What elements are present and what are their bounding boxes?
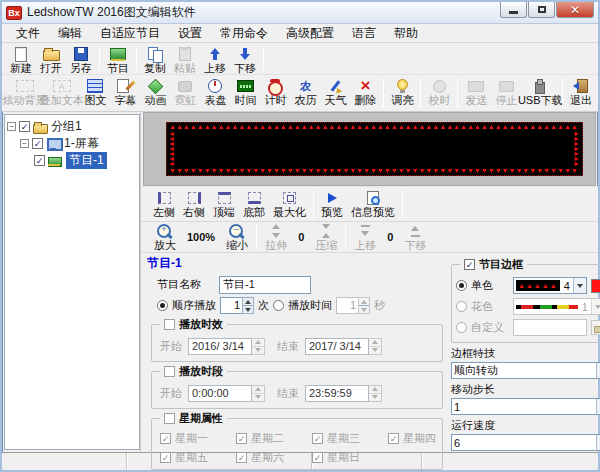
align-bottom-icon: [248, 192, 261, 204]
group-label[interactable]: 分组1: [51, 118, 82, 135]
paste-icon: [175, 46, 195, 62]
friday-checkbox: ✓: [160, 452, 171, 463]
new-button[interactable]: 新建: [6, 45, 36, 74]
maximize-button[interactable]: [528, 2, 555, 18]
digital-time-icon: [235, 78, 255, 94]
validity-checkbox[interactable]: [164, 319, 175, 330]
toolbar-separator: [383, 79, 384, 108]
screen-label[interactable]: 1-屏幕: [64, 135, 99, 152]
screen-monitor-icon: [46, 138, 61, 150]
delete-button[interactable]: 删除: [350, 77, 380, 106]
program-label-selected[interactable]: 节目-1: [66, 152, 107, 169]
zoom-in-icon: [155, 223, 175, 239]
collapse-icon[interactable]: −: [20, 139, 29, 148]
compress-button: 压缩: [310, 223, 342, 251]
weekday-checkbox[interactable]: [164, 413, 175, 424]
tuesday-checkbox: ✓: [236, 433, 247, 444]
validity-title: 播放时效: [179, 317, 223, 332]
dropdown-button[interactable]: [573, 278, 586, 293]
led-screen[interactable]: ▲▲▲▲▲▲▲▲▲▲▲▲▲▲▲▲▲▲▲▲▲▲▲▲▲▲▲▲▲▲▲▲▲▲▲▲▲▲▲▲…: [166, 122, 583, 176]
usb-download-button[interactable]: USB下载: [521, 77, 559, 106]
send-icon: [466, 78, 486, 94]
time-button[interactable]: 时间: [230, 77, 260, 106]
align-top-button[interactable]: 顶端: [209, 189, 239, 218]
animation-button[interactable]: 动画: [140, 77, 170, 106]
menu-edit[interactable]: 编辑: [50, 24, 90, 43]
weather-button[interactable]: 天气: [320, 77, 350, 106]
run-speed-dropdown[interactable]: 6: [451, 434, 600, 451]
period-checkbox[interactable]: [164, 366, 175, 377]
border-color-swatch[interactable]: [591, 279, 600, 293]
timer-button[interactable]: 计时: [260, 77, 290, 106]
menu-help[interactable]: 帮助: [386, 24, 426, 43]
align-bottom-button[interactable]: 底部: [239, 189, 269, 218]
group-checkbox[interactable]: ✓: [19, 121, 30, 132]
close-button[interactable]: ✕: [556, 2, 594, 18]
sequence-play-label: 顺序播放: [172, 298, 216, 313]
period-end-label: 结束: [277, 386, 299, 401]
subtitle-button[interactable]: 字幕: [110, 77, 140, 106]
border-enable-checkbox[interactable]: ✓: [464, 259, 475, 270]
border-effect-label: 边框特技: [451, 346, 600, 361]
menu-advanced-config[interactable]: 高级配置: [278, 24, 342, 43]
preview-button[interactable]: 预览: [317, 189, 347, 218]
play-time-radio[interactable]: [273, 300, 284, 311]
custom-border-input: [513, 319, 587, 336]
info-preview-button[interactable]: 信息预览: [347, 189, 399, 218]
menu-file[interactable]: 文件: [8, 24, 48, 43]
move-down-button[interactable]: 下移: [230, 45, 260, 74]
menu-language[interactable]: 语言: [344, 24, 384, 43]
zoom-in-button[interactable]: 放大: [149, 223, 181, 251]
mono-border-style-dropdown[interactable]: ▲▲▲▲▲4: [513, 277, 587, 294]
exit-button[interactable]: 退出: [566, 77, 596, 106]
program-name-input[interactable]: 节目-1: [219, 276, 311, 294]
dynamic-background-icon: [15, 78, 35, 94]
tree-item-group[interactable]: − ✓ 分组1: [7, 118, 137, 135]
minimize-icon: [509, 11, 518, 14]
dial-button[interactable]: 表盘: [200, 77, 230, 106]
copy-button[interactable]: 复制: [140, 45, 170, 74]
sequence-play-radio[interactable]: [157, 300, 168, 311]
down-arrow-icon: [235, 46, 255, 62]
sunday-checkbox: ✓: [312, 452, 323, 463]
program-button[interactable]: 节目: [103, 45, 133, 74]
collapse-icon[interactable]: −: [7, 122, 16, 131]
stop-icon: [496, 78, 516, 94]
screen-checkbox[interactable]: ✓: [32, 138, 43, 149]
validity-end-date[interactable]: 2017/ 3/14: [305, 338, 382, 355]
open-folder-icon: [41, 46, 61, 62]
open-button[interactable]: 打开: [36, 45, 66, 74]
toolbar-separator: [457, 79, 458, 108]
align-right-button[interactable]: 右侧: [179, 189, 209, 218]
program-checkbox[interactable]: ✓: [34, 155, 45, 166]
app-window: Bx LedshowTW 2016图文编辑软件 ✕ 文件 编辑 自适应节目 设置…: [0, 0, 600, 472]
menu-common-commands[interactable]: 常用命令: [212, 24, 276, 43]
run-speed-label: 运行速度: [451, 418, 600, 433]
tree-item-program[interactable]: ✓ 节目-1: [7, 152, 137, 169]
dropdown-button[interactable]: [596, 363, 600, 378]
period-end-time[interactable]: 23:59:59: [305, 385, 382, 402]
save-as-button[interactable]: 另存: [66, 45, 96, 74]
border-effect-dropdown[interactable]: 顺向转动: [451, 362, 600, 379]
move-step-dropdown[interactable]: 1: [451, 398, 600, 415]
validity-start-date[interactable]: 2016/ 3/14: [188, 338, 265, 355]
menu-settings[interactable]: 设置: [170, 24, 210, 43]
sequence-count-spinner[interactable]: 1: [220, 297, 254, 314]
lunar-calendar-button[interactable]: 农历: [290, 77, 320, 106]
dropdown-button[interactable]: [596, 435, 600, 450]
graphic-text-button[interactable]: 图文: [80, 77, 110, 106]
move-up-button[interactable]: 上移: [200, 45, 230, 74]
minimize-button[interactable]: [500, 2, 527, 18]
zoom-toolbar: 放大 100% 缩小 拉伸 0 压缩 上移 0 下移: [141, 222, 598, 253]
led-preview-panel: ▲▲▲▲▲▲▲▲▲▲▲▲▲▲▲▲▲▲▲▲▲▲▲▲▲▲▲▲▲▲▲▲▲▲▲▲▲▲▲▲…: [143, 112, 596, 186]
align-left-button[interactable]: 左侧: [149, 189, 179, 218]
menu-adaptive-program[interactable]: 自适应节目: [92, 24, 168, 43]
period-start-time[interactable]: 0:00:00: [188, 385, 265, 402]
dropdown-button[interactable]: [596, 399, 600, 414]
zoom-out-button[interactable]: 缩小: [221, 223, 253, 251]
mono-color-radio[interactable]: [456, 280, 467, 291]
brightness-button[interactable]: 调亮: [387, 77, 417, 106]
maximize-area-button[interactable]: 最大化: [269, 189, 310, 218]
tree-item-screen[interactable]: − ✓ 1-屏幕: [7, 135, 137, 152]
play-time-label: 播放时间: [288, 298, 332, 313]
